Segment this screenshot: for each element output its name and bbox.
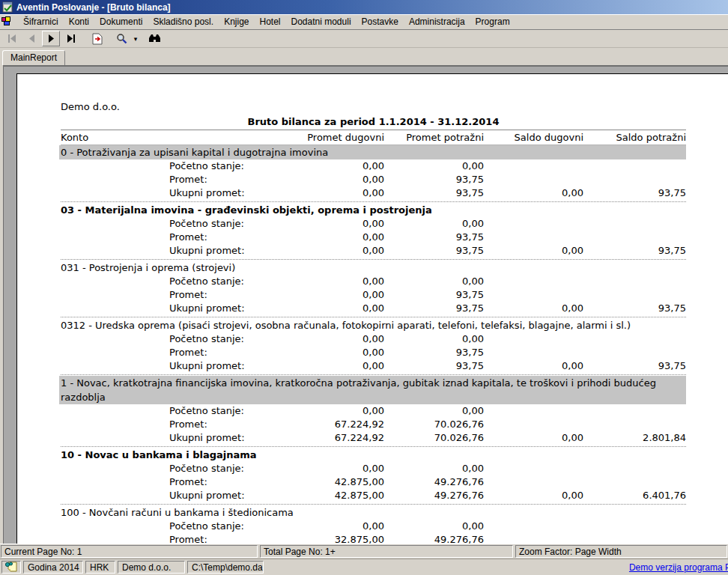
amount-cell: 0,00 xyxy=(401,462,484,475)
amount-cell: 0,00 xyxy=(302,404,384,418)
report-page: Demo d.o.o. Bruto bilanca za period 1.1.… xyxy=(16,73,728,544)
amount-cell: 0,00 xyxy=(401,217,484,231)
amount-cell: 0,00 xyxy=(302,346,384,359)
current-page-panel: Current Page No: 1 xyxy=(1,545,258,558)
menu-item-6[interactable]: Dodatni moduli xyxy=(286,15,357,28)
next-page-icon xyxy=(47,34,55,43)
amount-cell: 0,00 xyxy=(401,404,484,418)
amount-cell: 93,75 xyxy=(604,359,686,373)
report-section: 0312 - Uredska oprema (pisaći strojevi, … xyxy=(61,318,686,375)
tab-mainreport[interactable]: MainReport xyxy=(2,50,65,65)
menu-item-5[interactable]: Hotel xyxy=(254,15,285,28)
data-row: Ukupni promet: 0,00 93,75 0,00 93,75 xyxy=(61,359,686,373)
goto-page-button[interactable] xyxy=(88,31,106,46)
menu-item-1[interactable]: Konti xyxy=(64,15,94,28)
menu-item-8[interactable]: Administracija xyxy=(404,15,470,28)
menubar: ŠifrarniciKontiDokumentiSkladišno posl.K… xyxy=(0,14,728,30)
toolbar-separator xyxy=(81,31,87,46)
data-row: Početno stanje: 0,00 0,00 xyxy=(61,217,686,231)
section-header: 10 - Novac u bankama i blagajnama xyxy=(59,448,686,462)
search-binoculars-icon xyxy=(148,34,161,43)
report-section: 100 - Novčani računi u bankama i štedion… xyxy=(61,505,686,544)
zoom-icon xyxy=(116,33,127,44)
last-page-button[interactable] xyxy=(61,31,79,46)
report-section: 031 - Postrojenja i oprema (strojevi) Po… xyxy=(61,261,686,317)
section-header: 0 - Potraživanja za upisani kapital i du… xyxy=(59,145,686,159)
menu-item-9[interactable]: Program xyxy=(470,15,515,28)
amount-cell: 0,00 xyxy=(302,275,384,288)
row-label: Početno stanje: xyxy=(169,462,244,475)
amount-cell: 93,75 xyxy=(401,186,484,200)
row-label: Ukupni promet: xyxy=(169,359,245,373)
menu-item-4[interactable]: Knjige xyxy=(219,15,254,28)
data-row: Promet: 0,00 93,75 xyxy=(61,173,686,186)
data-row: Promet: 0,00 93,75 xyxy=(61,231,686,244)
toolbar: ▾ xyxy=(0,30,728,48)
row-label: Početno stanje: xyxy=(169,159,244,173)
status-currency: HRK xyxy=(85,561,115,574)
row-label: Početno stanje: xyxy=(169,520,244,533)
demo-version-link[interactable]: Demo verzija programa P xyxy=(629,562,728,573)
report-section: 0 - Potraživanja za upisani kapital i du… xyxy=(61,145,686,202)
amount-cell: 42.875,00 xyxy=(302,475,384,489)
amount-cell: 93,75 xyxy=(401,173,484,186)
row-label: Ukupni promet: xyxy=(169,431,245,445)
goto-page-icon xyxy=(92,33,103,45)
amount-cell: 0,00 xyxy=(501,489,583,502)
section-header: 1 - Novac, kratkotrajna financijska imov… xyxy=(59,376,686,404)
report-content: Demo d.o.o. Bruto bilanca za period 1.1.… xyxy=(61,100,686,544)
row-label: Promet: xyxy=(169,418,207,431)
status-year: Godina 2014 xyxy=(23,561,83,574)
amount-cell: 0,00 xyxy=(302,159,384,173)
status-file-path: C:\Temp\demo.dat xyxy=(187,561,264,574)
row-label: Promet: xyxy=(169,173,207,186)
search-button[interactable] xyxy=(145,31,163,46)
row-label: Ukupni promet: xyxy=(169,186,245,200)
next-page-button[interactable] xyxy=(42,31,60,46)
status-filler xyxy=(266,561,627,574)
note-icon xyxy=(4,562,18,573)
amount-cell: 0,00 xyxy=(302,244,384,258)
amount-cell: 2.801,84 xyxy=(604,431,686,445)
section-header: 03 - Materijalna imovina - građevinski o… xyxy=(59,203,686,217)
titlebar: Aventin Poslovanje - [Bruto bilanca] xyxy=(0,0,728,14)
zoom-button[interactable] xyxy=(112,31,130,46)
data-row: Početno stanje: 0,00 0,00 xyxy=(61,404,686,418)
zoom-dropdown-arrow[interactable]: ▾ xyxy=(132,35,139,43)
menu-item-0[interactable]: Šifrarnici xyxy=(18,15,64,28)
data-row: Početno stanje: 0,00 0,00 xyxy=(61,275,686,288)
mdi-child-icon[interactable] xyxy=(1,16,13,27)
menu-item-2[interactable]: Dokumenti xyxy=(94,15,148,28)
total-page-panel: Total Page No: 1+ xyxy=(260,545,513,558)
previous-page-button[interactable] xyxy=(22,31,40,46)
report-section: 03 - Materijalna imovina - građevinski o… xyxy=(61,203,686,260)
data-row: Ukupni promet: 0,00 93,75 0,00 93,75 xyxy=(61,302,686,315)
column-header-promet-dugovni: Promet dugovni xyxy=(302,130,384,145)
amount-cell: 32.875,00 xyxy=(302,533,384,544)
amount-cell: 93,75 xyxy=(604,244,686,258)
toolbar-separator xyxy=(141,31,144,46)
amount-cell: 67.224,92 xyxy=(302,418,384,431)
amount-cell: 0,00 xyxy=(302,332,384,346)
app-icon xyxy=(2,1,13,13)
row-label: Ukupni promet: xyxy=(169,489,245,502)
report-statusbar: Current Page No: 1 Total Page No: 1+ Zoo… xyxy=(0,544,728,559)
report-column-headers: Konto Promet dugovni Promet potražni Sal… xyxy=(61,130,686,145)
menu-item-3[interactable]: Skladišno posl. xyxy=(148,15,219,28)
amount-cell: 0,00 xyxy=(401,275,484,288)
data-row: Početno stanje: 0,00 0,00 xyxy=(61,462,686,475)
amount-cell: 49.276,76 xyxy=(401,489,484,502)
amount-cell: 49.276,76 xyxy=(401,475,484,489)
amount-cell: 0,00 xyxy=(302,217,384,231)
data-row: Ukupni promet: 42.875,00 49.276,76 0,00 … xyxy=(61,489,686,502)
amount-cell: 0,00 xyxy=(302,359,384,373)
first-page-button[interactable] xyxy=(3,31,21,46)
data-row: Ukupni promet: 67.224,92 70.026,76 0,00 … xyxy=(61,431,686,445)
report-viewer-wrap: Demo d.o.o. Bruto bilanca za period 1.1.… xyxy=(0,65,728,544)
menubar-items: ŠifrarniciKontiDokumentiSkladišno posl.K… xyxy=(18,15,515,28)
column-header-promet-potrazni: Promet potražni xyxy=(401,130,484,145)
report-sections: 0 - Potraživanja za upisani kapital i du… xyxy=(61,145,686,544)
row-label: Promet: xyxy=(169,288,207,302)
amount-cell: 0,00 xyxy=(501,431,583,445)
menu-item-7[interactable]: Postavke xyxy=(357,15,404,28)
